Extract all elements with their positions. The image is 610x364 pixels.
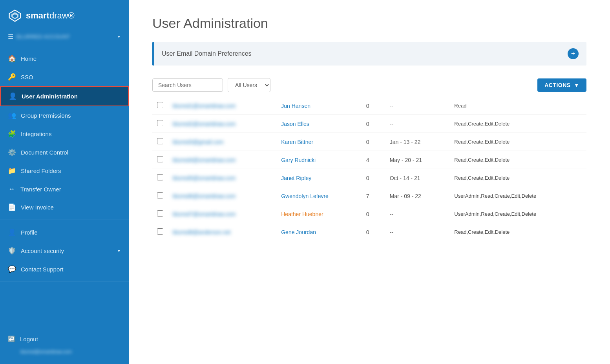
group-icon: 👥 (8, 111, 16, 120)
user-name[interactable]: Karen Bittner (276, 133, 362, 151)
user-count: 0 (362, 97, 385, 115)
user-name[interactable]: Jason Elles (276, 115, 362, 133)
sidebar-item-user-administration[interactable]: 👤 User Administration (0, 86, 129, 106)
table-row: blurred1@smartdraw.com Jun Hansen 0 -- R… (152, 97, 586, 115)
sidebar-item-integrations[interactable]: 🧩 Integrations (0, 125, 129, 143)
logo-text: smartdraw® (26, 11, 75, 21)
user-email: blurred5@smartdraw.com (168, 169, 276, 187)
sidebar-item-view-invoice[interactable]: 📄 View Invoice (0, 198, 129, 217)
domain-bar-text: User Email Domain Preferences (162, 50, 568, 57)
user-count: 0 (362, 223, 385, 241)
user-permissions: UserAdmin,Read,Create,Edit,Delete (449, 187, 586, 205)
sidebar-item-contact-support[interactable]: 💬 Contact Support (0, 260, 129, 278)
row-checkbox-cell (152, 205, 168, 223)
user-email: blurred2@smartdraw.com (168, 115, 276, 133)
sidebar-item-label: SSO (21, 74, 121, 80)
user-permissions: Read,Create,Edit,Delete (449, 133, 586, 151)
user-date: -- (385, 115, 450, 133)
logout-button[interactable]: ↩️ Logout (0, 330, 129, 348)
table-row: blurred5@smartdraw.com Janet Ripley 0 Oc… (152, 169, 586, 187)
table-row: blurred3@gmail.com Karen Bittner 0 Jan -… (152, 133, 586, 151)
domain-preferences-bar: User Email Domain Preferences + (152, 42, 586, 66)
row-checkbox-0[interactable] (157, 102, 163, 108)
account-selector[interactable]: ☰ BLURRED ACCOUNT ▼ (0, 30, 129, 46)
shared-folders-icon: 📁 (8, 167, 16, 175)
row-checkbox-7[interactable] (157, 228, 163, 235)
sidebar-item-home[interactable]: 🏠 Home (0, 49, 129, 68)
user-name[interactable]: Gwendolyn Lefevre (276, 187, 362, 205)
support-icon: 💬 (8, 265, 16, 273)
user-admin-icon: 👤 (9, 92, 17, 100)
user-count: 0 (362, 205, 385, 223)
user-count: 0 (362, 169, 385, 187)
user-name[interactable]: Heather Huebner (276, 205, 362, 223)
logout-icon: ↩️ (8, 335, 15, 342)
user-count: 0 (362, 133, 385, 151)
user-permissions: Read,Create,Edit,Delete (449, 169, 586, 187)
user-count: 4 (362, 151, 385, 169)
transfer-icon: ↔️ (8, 185, 16, 193)
row-checkbox-cell (152, 223, 168, 241)
sidebar-item-label: Account security (21, 248, 112, 254)
user-permissions: UserAdmin,Read,Create,Edit,Delete (449, 205, 586, 223)
row-checkbox-3[interactable] (157, 156, 163, 162)
user-email: blurred8@anderson.net (168, 223, 276, 241)
table-row: blurred7@smartdraw.com Heather Huebner 0… (152, 205, 586, 223)
sidebar-item-label: Integrations (21, 131, 121, 137)
sidebar-item-document-control[interactable]: ⚙️ Document Control (0, 143, 129, 162)
table-row: blurred2@smartdraw.com Jason Elles 0 -- … (152, 115, 586, 133)
user-date: Mar - 09 - 22 (385, 187, 450, 205)
row-checkbox-cell (152, 169, 168, 187)
user-name[interactable]: Janet Ripley (276, 169, 362, 187)
actions-button[interactable]: ACTIONS ▼ (537, 78, 586, 92)
row-checkbox-5[interactable] (157, 192, 163, 198)
users-table: blurred1@smartdraw.com Jun Hansen 0 -- R… (152, 97, 586, 241)
table-toolbar: All Users Admins Members ACTIONS ▼ (152, 78, 586, 92)
logout-label: Logout (20, 336, 38, 342)
user-date: -- (385, 97, 450, 115)
logout-email: blurred@smartdraw.com (0, 348, 129, 360)
sidebar-item-label: Home (21, 55, 121, 62)
sidebar-item-transfer-owner[interactable]: ↔️ Transfer Owner (0, 180, 129, 198)
user-date: Oct - 14 - 21 (385, 169, 450, 187)
home-icon: 🏠 (8, 55, 16, 63)
row-checkbox-cell (152, 151, 168, 169)
row-checkbox-2[interactable] (157, 138, 163, 144)
row-checkbox-cell (152, 115, 168, 133)
sidebar-item-shared-folders[interactable]: 📁 Shared Folders (0, 162, 129, 180)
user-name[interactable]: Jun Hansen (276, 97, 362, 115)
sidebar-footer: ↩️ Logout blurred@smartdraw.com (0, 330, 129, 364)
user-name[interactable]: Gene Jourdan (276, 223, 362, 241)
user-filter-select[interactable]: All Users Admins Members (228, 78, 270, 92)
sidebar-item-label: Document Control (21, 149, 121, 156)
user-permissions: Read,Create,Edit,Delete (449, 223, 586, 241)
user-permissions: Read,Create,Edit,Delete (449, 115, 586, 133)
user-date: May - 20 - 21 (385, 151, 450, 169)
sidebar-item-account-security[interactable]: 🛡️ Account security ▼ (0, 242, 129, 260)
account-name: BLURRED ACCOUNT (16, 34, 114, 40)
user-email: blurred7@smartdraw.com (168, 205, 276, 223)
add-domain-button[interactable]: + (568, 48, 579, 59)
actions-arrow-icon: ▼ (574, 82, 579, 88)
row-checkbox-4[interactable] (157, 174, 163, 180)
sidebar-item-label: User Administration (22, 93, 120, 100)
sidebar-item-group-permissions[interactable]: 👥 Group Permissions (0, 106, 129, 125)
sidebar-nav: 🏠 Home 🔑 SSO 👤 User Administration 👥 Gro… (0, 49, 129, 217)
user-date: Jan - 13 - 22 (385, 133, 450, 151)
sidebar-item-profile[interactable]: 👤 Profile (0, 223, 129, 242)
row-checkbox-6[interactable] (157, 210, 163, 217)
user-count: 0 (362, 115, 385, 133)
document-control-icon: ⚙️ (8, 148, 16, 157)
user-name[interactable]: Gary Rudnicki (276, 151, 362, 169)
search-input[interactable] (152, 78, 223, 92)
account-icon: ☰ (8, 33, 13, 40)
sidebar-item-sso[interactable]: 🔑 SSO (0, 68, 129, 86)
user-permissions: Read,Create,Edit,Delete (449, 151, 586, 169)
row-checkbox-cell (152, 97, 168, 115)
sidebar-divider-mid (0, 220, 129, 220)
row-checkbox-1[interactable] (157, 120, 163, 126)
user-date: -- (385, 223, 450, 241)
user-date: -- (385, 205, 450, 223)
user-permissions: Read (449, 97, 586, 115)
user-email: blurred1@smartdraw.com (168, 97, 276, 115)
